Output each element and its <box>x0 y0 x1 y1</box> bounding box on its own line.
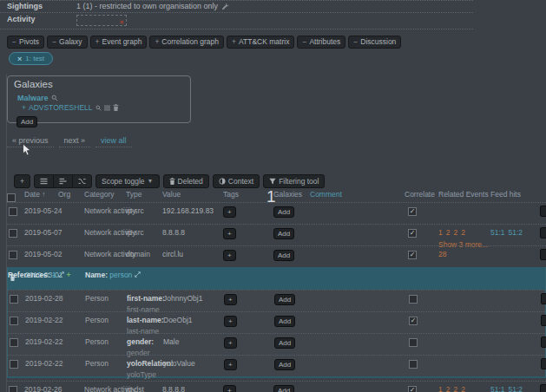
select-all-checkbox[interactable] <box>7 193 16 202</box>
galaxy-type-label[interactable]: Malware <box>17 94 49 102</box>
column-header-type[interactable]: Type <box>126 190 141 199</box>
toggle-discussion-button[interactable]: −Discussion <box>348 36 401 49</box>
row-checkbox[interactable] <box>10 295 18 304</box>
add-galaxy-button[interactable]: Add <box>274 294 295 305</box>
value-cell[interactable]: Male <box>163 337 179 346</box>
actions-button[interactable] <box>540 249 546 260</box>
add-tag-button[interactable]: + <box>224 337 237 349</box>
add-galaxy-button[interactable]: Add <box>274 337 295 349</box>
column-header-date[interactable]: Date ↑ <box>24 190 46 199</box>
add-galaxy-button[interactable]: Add <box>274 359 295 370</box>
actions-button[interactable] <box>541 293 546 304</box>
add-reference-icon[interactable]: + <box>64 271 70 279</box>
related-event-link[interactable]: 28 <box>438 250 446 258</box>
deleted-button[interactable]: Deleted <box>163 174 209 188</box>
related-event-link[interactable]: 2 <box>446 385 451 392</box>
add-tag-button[interactable]: + <box>224 359 237 370</box>
actions-button[interactable] <box>540 227 546 238</box>
row-checkbox[interactable] <box>10 360 18 369</box>
row-checkbox[interactable] <box>9 207 17 216</box>
actions-button[interactable] <box>540 206 546 217</box>
row-checkbox[interactable] <box>10 338 18 347</box>
add-galaxy-button[interactable]: Add <box>274 316 295 327</box>
feed-hit-link[interactable]: 51:2 <box>509 228 523 237</box>
column-header-value[interactable]: Value <box>162 190 181 199</box>
expand-icon[interactable]: + <box>22 103 26 112</box>
view-all-link[interactable]: view all <box>95 134 132 147</box>
actions-button[interactable] <box>541 358 546 369</box>
related-event-link[interactable]: 2 <box>446 228 451 237</box>
scope-toggle-button[interactable]: Scope toggle ▼ <box>95 174 160 188</box>
row-checkbox[interactable] <box>10 317 18 325</box>
value-cell[interactable]: circl.lu <box>162 250 183 258</box>
pivot-pill[interactable]: × 1: test <box>9 52 53 65</box>
value-cell[interactable]: JohnnyObj1 <box>163 294 202 303</box>
object-name-link[interactable]: person <box>109 271 134 279</box>
row-checkbox[interactable] <box>9 386 17 392</box>
column-header-tags[interactable]: Tags <box>223 190 239 199</box>
value-cell[interactable]: 192.168.219.83 <box>162 206 214 215</box>
related-event-link[interactable]: 2 <box>453 228 457 237</box>
column-header-comment[interactable]: Comment <box>310 190 342 199</box>
toggle-event-graph-button[interactable]: +Event graph <box>90 36 148 49</box>
correlate-checkbox[interactable] <box>408 207 417 216</box>
add-tag-button[interactable]: + <box>223 385 236 392</box>
related-event-link[interactable]: 2 <box>461 228 465 237</box>
add-galaxy-button[interactable]: Add <box>273 250 294 261</box>
value-cell[interactable]: 8.8.8.8 <box>162 385 185 392</box>
related-event-link[interactable]: 1 <box>438 385 443 392</box>
actions-button[interactable] <box>541 315 546 326</box>
value-cell[interactable]: 8.8.8.8 <box>162 228 185 237</box>
correlate-checkbox[interactable] <box>409 295 418 304</box>
correlate-checkbox[interactable] <box>409 317 418 325</box>
actions-button[interactable] <box>540 384 546 392</box>
search-icon[interactable] <box>95 105 102 111</box>
add-tag-button[interactable]: + <box>223 206 236 218</box>
add-galaxy-button[interactable]: Add <box>273 206 294 218</box>
toggle-attributes-button[interactable]: −Attributes <box>297 36 345 49</box>
column-header-related-events[interactable]: Related Events <box>438 190 489 199</box>
toggle-correlation-graph-button[interactable]: +Correlation graph <box>149 36 224 49</box>
feed-hit-link[interactable]: 51:1 <box>490 385 505 392</box>
correlate-checkbox[interactable] <box>408 251 417 259</box>
toggle-galaxy-button[interactable]: −Galaxy <box>47 36 87 49</box>
column-header-feed-hits[interactable]: Feed hits <box>490 190 521 199</box>
column-header-galaxies[interactable]: Galaxies <box>273 190 302 199</box>
compact-view-icon[interactable] <box>53 174 73 188</box>
toggle-att-ck-matrix-button[interactable]: +ATT&CK matrix <box>227 36 294 49</box>
column-header-correlate[interactable]: Correlate <box>405 190 435 199</box>
filtering-tool-button[interactable]: Filtering tool <box>263 174 325 188</box>
correlate-checkbox[interactable] <box>409 338 418 347</box>
related-event-link[interactable]: 1 <box>438 228 443 237</box>
galaxy-cluster-label[interactable]: ADVSTORESHELL <box>29 103 93 112</box>
expand-icon[interactable] <box>135 271 141 278</box>
row-checkbox[interactable] <box>9 251 17 259</box>
add-attribute-button[interactable]: + <box>14 174 30 188</box>
correlate-checkbox[interactable] <box>408 229 417 238</box>
list-view-icon[interactable] <box>34 174 54 188</box>
pivot-label[interactable]: 1: test <box>25 55 44 62</box>
row-checkbox[interactable] <box>9 229 17 238</box>
next-page-link[interactable]: next » <box>59 134 91 147</box>
toggle-pivots-button[interactable]: −Pivots <box>7 36 44 49</box>
column-header-category[interactable]: Category <box>84 190 115 199</box>
value-cell[interactable]: DoeObj1 <box>163 316 193 324</box>
references-count[interactable]: 1 <box>52 271 58 279</box>
column-header-org[interactable]: Org <box>58 190 70 199</box>
add-galaxy-button[interactable]: Add <box>16 116 37 127</box>
add-tag-button[interactable]: + <box>224 294 237 305</box>
actions-button[interactable] <box>541 336 546 348</box>
value-cell[interactable]: yoloValue <box>163 359 195 368</box>
list-icon[interactable] <box>104 105 110 111</box>
shuffle-icon[interactable] <box>72 174 92 188</box>
wrench-icon[interactable] <box>221 3 229 10</box>
related-event-link[interactable]: 2 <box>461 385 465 392</box>
add-tag-button[interactable]: + <box>224 316 237 327</box>
correlate-checkbox[interactable] <box>409 360 418 369</box>
feed-hit-link[interactable]: 51:2 <box>509 385 523 392</box>
add-galaxy-button[interactable]: Add <box>273 385 294 392</box>
related-event-link[interactable]: 2 <box>453 385 457 392</box>
correlate-checkbox[interactable] <box>408 386 417 392</box>
trash-icon[interactable] <box>113 104 119 111</box>
add-galaxy-button[interactable]: Add <box>273 228 294 239</box>
